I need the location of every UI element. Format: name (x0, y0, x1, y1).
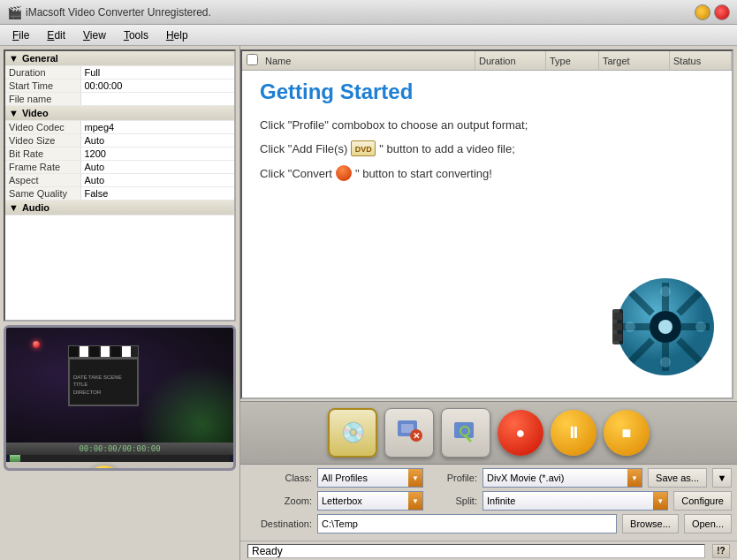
file-options-button[interactable] (441, 408, 490, 458)
help-button[interactable]: !? (712, 544, 730, 558)
convert-button[interactable]: ● (498, 410, 543, 456)
progress-bar[interactable] (10, 455, 230, 462)
video-section-header[interactable]: ▼ Video (5, 106, 233, 120)
gs-step3-post: " button to start converting! (355, 167, 492, 180)
app-icon: 🎬 (7, 5, 22, 19)
profile-combo[interactable]: DivX Movie (*.avi) ▼ (482, 468, 642, 488)
main-layout: ▼ General Duration Full Start Time 00:00… (0, 46, 737, 560)
stop-convert-button[interactable]: ■ (604, 410, 650, 456)
prop-label: Same Quality (5, 187, 80, 201)
menu-view[interactable]: View (74, 27, 115, 43)
rewind-button[interactable]: ◀◀ (54, 470, 82, 471)
header-duration: Duration (475, 51, 546, 70)
progress-fill (10, 455, 20, 462)
bottom-controls: Class: All Profiles ▼ Profile: DivX Movi… (240, 465, 737, 541)
getting-started-title: Getting Started (260, 79, 714, 104)
dvd-icon: DVD (351, 140, 376, 156)
stop-convert-icon: ■ (622, 424, 632, 443)
prop-aspect: Aspect Auto (5, 174, 234, 187)
browse-button[interactable]: Browse... (622, 514, 679, 534)
audio-section-label: Audio (22, 202, 49, 213)
prop-value[interactable]: Auto (80, 161, 234, 174)
gs-step2: Click "Add File(s) DVD " button to add a… (260, 140, 714, 156)
file-list-area: Name Duration Type Target Status Getting… (240, 49, 733, 399)
select-all-checkbox[interactable] (247, 54, 258, 65)
prop-label: Bit Rate (5, 148, 80, 161)
app-title: iMacsoft Video Converter Unregistered. (26, 6, 730, 19)
svg-point-15 (660, 286, 671, 297)
configure-button[interactable]: Configure (673, 491, 732, 511)
zoom-value: Letterbox (322, 496, 405, 506)
prop-value[interactable]: Full (80, 66, 234, 79)
add-files-button[interactable]: ✕ (384, 408, 434, 458)
convert-record-icon: ● (516, 424, 526, 443)
menu-help[interactable]: Help (157, 27, 197, 43)
pause-button[interactable]: ⏸ (551, 410, 596, 456)
svg-rect-12 (613, 313, 622, 320)
status-text: Ready (252, 545, 283, 557)
minimize-button[interactable] (695, 4, 710, 20)
add-dvd-button[interactable]: 💿 (328, 408, 377, 458)
play-button[interactable]: ▶ (86, 465, 123, 471)
save-as-button[interactable]: Save as... (648, 468, 707, 488)
prop-value[interactable]: mpeg4 (80, 121, 234, 134)
split-combo[interactable]: Infinite ▼ (482, 491, 668, 511)
clapper-top (68, 345, 139, 358)
class-value: All Profiles (322, 473, 405, 483)
prop-samequality: Same Quality False (5, 187, 234, 201)
collapse-general-icon: ▼ (9, 53, 19, 64)
svg-text:✕: ✕ (413, 431, 420, 441)
gs-step1-text: Click "Profile" combobox to choose an ou… (260, 118, 528, 132)
menu-file[interactable]: File (4, 27, 38, 43)
gs-step2-post: " button to add a video file; (379, 142, 515, 155)
audio-section-header[interactable]: ▼ Audio (5, 201, 233, 215)
prop-value[interactable]: Auto (80, 174, 234, 187)
playback-controls: ◀◀ ▶ ■ ▶▶ (6, 462, 233, 471)
profile-label: Profile: (429, 473, 477, 483)
destination-label: Destination: (246, 518, 312, 529)
bg-swirl (127, 354, 233, 443)
clapperboard: DATE TAKE SCENE TITLE DIRECTOR (68, 345, 139, 407)
prop-value[interactable]: 1200 (80, 148, 234, 161)
gs-step3: Click "Convert " button to start convert… (260, 165, 714, 181)
zoom-combo[interactable]: Letterbox ▼ (317, 491, 423, 511)
prop-label: Duration (5, 66, 80, 79)
svg-point-2 (658, 320, 672, 334)
zoom-combo-arrow: ▼ (408, 492, 422, 510)
destination-input[interactable] (317, 514, 617, 534)
destination-row: Destination: Browse... Open... (246, 514, 732, 534)
open-button[interactable]: Open... (684, 514, 732, 534)
save-as-dropdown-button[interactable]: ▼ (712, 468, 732, 488)
prop-value[interactable]: Auto (80, 134, 234, 148)
file-options-icon (452, 419, 479, 448)
header-status: Status (670, 51, 732, 70)
prop-label: Video Codec (5, 121, 80, 134)
properties-panel: ▼ General Duration Full Start Time 00:00… (4, 49, 236, 322)
prop-framerate: Frame Rate Auto (5, 161, 234, 174)
close-button[interactable] (714, 4, 730, 20)
header-type: Type (546, 51, 599, 70)
class-combo[interactable]: All Profiles ▼ (317, 468, 423, 488)
right-panel: Name Duration Type Target Status Getting… (240, 46, 737, 560)
prop-label: Start Time (5, 79, 80, 93)
prop-label: Frame Rate (5, 161, 80, 174)
prop-value[interactable]: False (80, 187, 234, 201)
split-value: Infinite (487, 496, 650, 506)
collapse-video-icon: ▼ (9, 108, 19, 118)
prop-label: Video Size (5, 134, 80, 148)
general-section-header[interactable]: ▼ General (5, 51, 233, 65)
menu-tools[interactable]: Tools (115, 27, 157, 43)
collapse-audio-icon: ▼ (9, 202, 19, 213)
gs-step1: Click "Profile" combobox to choose an ou… (260, 118, 714, 132)
svg-rect-14 (613, 334, 622, 341)
split-combo-arrow: ▼ (653, 492, 667, 510)
fast-forward-button[interactable]: ▶▶ (158, 470, 186, 471)
file-list-header: Name Duration Type Target Status (242, 51, 732, 71)
menu-edit[interactable]: Edit (38, 27, 74, 43)
timeline-bar: 00:00:00/00:00:00 (6, 443, 233, 455)
prop-value[interactable] (80, 93, 234, 106)
prop-value[interactable]: 00:00:00 (80, 79, 234, 93)
svg-point-16 (660, 357, 671, 367)
video-section-label: Video (22, 108, 49, 118)
stop-playback-button[interactable]: ■ (126, 470, 155, 471)
